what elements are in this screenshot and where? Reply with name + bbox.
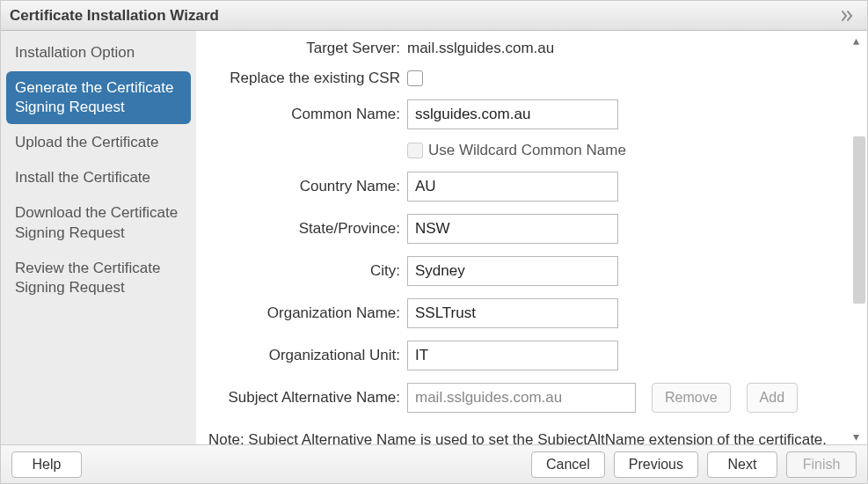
input-common-name[interactable] (407, 99, 618, 129)
row-ou: Organizational Unit: (205, 341, 842, 370)
checkbox-wildcard[interactable] (407, 143, 423, 158)
remove-button[interactable]: Remove (652, 383, 731, 413)
sidebar-item-download-csr[interactable]: Download the Certificate Signing Request (6, 196, 191, 249)
row-state: State/Province: (205, 214, 842, 244)
label-org: Organization Name: (205, 304, 407, 322)
sidebar-item-label: Download the Certificate Signing Request (15, 204, 178, 240)
scrollbar-thumb[interactable] (853, 136, 865, 304)
row-common-name: Common Name: (205, 99, 842, 129)
sidebar-item-review-csr[interactable]: Review the Certificate Signing Request (6, 252, 191, 304)
sidebar-item-label: Upload the Certificate (15, 134, 158, 150)
window-title: Certificate Installation Wizard (10, 7, 219, 25)
label-replace-csr: Replace the existing CSR (205, 70, 407, 87)
row-replace-csr: Replace the existing CSR (205, 70, 842, 87)
finish-button[interactable]: Finish (786, 451, 857, 478)
sidebar: Installation Option Generate the Certifi… (1, 31, 196, 446)
next-button[interactable]: Next (707, 451, 777, 478)
row-wildcard: Use Wildcard Common Name (205, 142, 842, 159)
label-state: State/Province: (205, 220, 407, 238)
titlebar: Certificate Installation Wizard (1, 1, 867, 31)
input-city[interactable] (407, 256, 618, 286)
scroll-up-icon[interactable]: ▴ (848, 34, 864, 47)
input-country[interactable] (407, 172, 618, 202)
label-target-server: Target Server: (205, 40, 407, 57)
footer: Help Cancel Previous Next Finish (1, 444, 867, 483)
sidebar-item-install-option[interactable]: Installation Option (6, 36, 191, 70)
value-target-server: mail.sslguides.com.au (407, 40, 842, 57)
label-city: City: (205, 262, 407, 280)
expand-icon[interactable] (841, 10, 858, 22)
input-ou[interactable] (407, 341, 618, 370)
label-ou: Organizational Unit: (205, 347, 407, 364)
sidebar-item-label: Generate the Certificate Signing Request (15, 79, 173, 115)
sidebar-item-label: Install the Certificate (15, 169, 150, 186)
label-country: Country Name: (205, 178, 407, 195)
input-state[interactable] (407, 214, 618, 244)
previous-button[interactable]: Previous (614, 451, 698, 478)
label-san: Subject Alternative Name: (205, 389, 407, 407)
row-city: City: (205, 256, 842, 286)
input-san[interactable] (407, 383, 636, 413)
row-org: Organization Name: (205, 298, 842, 328)
add-button[interactable]: Add (747, 383, 798, 413)
label-common-name: Common Name: (205, 106, 407, 123)
sidebar-item-generate-csr[interactable]: Generate the Certificate Signing Request (6, 71, 191, 124)
sidebar-item-label: Installation Option (15, 44, 135, 61)
row-san: Subject Alternative Name: Remove Add (205, 383, 842, 413)
help-button[interactable]: Help (11, 451, 82, 478)
row-country: Country Name: (205, 172, 842, 202)
label-wildcard: Use Wildcard Common Name (428, 142, 626, 159)
row-target-server: Target Server: mail.sslguides.com.au (205, 40, 842, 57)
main-area: Installation Option Generate the Certifi… (1, 31, 867, 446)
cancel-button[interactable]: Cancel (531, 451, 605, 478)
checkbox-replace-csr[interactable] (407, 70, 423, 86)
content-wrapper: Target Server: mail.sslguides.com.au Rep… (196, 31, 867, 446)
scroll-down-icon[interactable]: ▾ (848, 430, 864, 443)
input-org[interactable] (407, 298, 618, 328)
sidebar-item-upload-cert[interactable]: Upload the Certificate (6, 126, 191, 159)
sidebar-item-label: Review the Certificate Signing Request (15, 260, 160, 296)
form-panel: Target Server: mail.sslguides.com.au Rep… (196, 31, 867, 446)
sidebar-item-install-cert[interactable]: Install the Certificate (6, 161, 191, 194)
